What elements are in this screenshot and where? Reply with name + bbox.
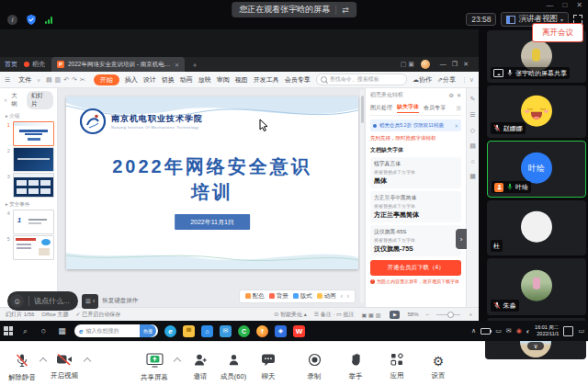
wps-account-avatar[interactable] [421, 60, 430, 69]
file-menu[interactable]: 文件 [18, 75, 31, 85]
participant-tile[interactable]: ∨ [485, 341, 586, 359]
chat-collapse-handle[interactable]: ☰ ‹ [82, 294, 99, 309]
wps-home-tab[interactable]: 首页 [5, 60, 17, 69]
apps-button[interactable]: 应用 [377, 353, 417, 380]
play-slideshow-button[interactable]: ▶ [390, 311, 400, 319]
switch-view-icon[interactable]: ⇄ [335, 6, 349, 15]
start-button[interactable] [4, 326, 13, 335]
zoom-out-button[interactable]: − [425, 312, 429, 317]
promo-link[interactable]: 先到先得，限时抢购字体特权 [370, 135, 461, 142]
mail-icon[interactable]: ✉ [220, 325, 232, 337]
security-shield-icon[interactable] [26, 14, 37, 26]
minimize-icon[interactable]: — [546, 1, 553, 9]
quick-chat-input[interactable]: ☺ 说点什么... [7, 291, 78, 311]
download-fonts-button[interactable]: 开通会员后下载（4） [370, 260, 461, 276]
font-card[interactable]: 锐字真言体 将被替换成下方字体 黑体 [370, 157, 461, 188]
quickbar-layout[interactable]: 版式 [293, 292, 312, 301]
menu-review[interactable]: 审阅 [217, 75, 230, 85]
panel-close-icon[interactable]: ✕ [4, 97, 7, 103]
notes-button[interactable]: ☰ 备注 · ▭ 批注 [314, 311, 355, 319]
rail-list-icon[interactable]: ☰ [469, 111, 475, 119]
taskbar-search-box[interactable]: e 输入你想搜的 热搜 [74, 324, 158, 337]
wps-window-controls[interactable]: —❐✕ [440, 61, 474, 68]
tray-volume-icon[interactable]: ◐ [526, 328, 530, 335]
menu-devtools[interactable]: 开发工具 [254, 75, 279, 85]
cortana-icon[interactable]: ○ [38, 326, 50, 335]
touch-keyboard-icon[interactable]: ▭ [578, 327, 584, 335]
start-video-button[interactable]: 开启视频 [44, 353, 85, 380]
menu-slideshow[interactable]: 放映 [198, 75, 211, 85]
section-label[interactable]: ▸ 介绍 [0, 109, 57, 120]
view-mode-icons[interactable]: ▣▦▥ [361, 312, 382, 318]
close-icon[interactable]: ✕ [576, 1, 582, 9]
edge-browser-icon[interactable]: e [164, 325, 176, 337]
action-center-icon[interactable] [563, 326, 573, 336]
quickbar-prev-icon[interactable]: ‹ [341, 293, 343, 300]
taskbar-search-icon[interactable]: ⌕ [19, 326, 31, 336]
slide-thumb-4[interactable]: 4 1 [0, 209, 57, 234]
quickbar-animation[interactable]: 动画 [317, 292, 336, 301]
zoom-in-button[interactable]: ＋ [468, 311, 473, 319]
emoji-icon[interactable]: ☺ [10, 294, 24, 308]
share-screen-button[interactable]: 共享屏幕 [134, 353, 175, 382]
video-options-chevron[interactable] [84, 358, 91, 365]
task-view-icon[interactable]: ▦ [56, 326, 68, 335]
menu-transition[interactable]: 切换 [162, 75, 175, 85]
unmute-button[interactable]: 解除静音 [2, 353, 42, 382]
menu-design[interactable]: 设计 [143, 75, 156, 85]
leave-meeting-button[interactable]: 离开会议 [532, 23, 583, 42]
quick-access-icons[interactable]: ▤▥↶↷✂ [46, 76, 88, 84]
tab-image-process[interactable]: 图片处理 [370, 104, 392, 112]
panel-close-icon[interactable]: ✕ [457, 92, 461, 98]
menu-member[interactable]: 会员专享 [285, 75, 311, 85]
rail-edit-icon[interactable]: ✎ [470, 96, 476, 103]
store-icon[interactable]: ⌂ [201, 325, 213, 337]
settings-button[interactable]: ⚙ 设置 [418, 353, 458, 380]
tab-member[interactable]: 会员专享 [424, 104, 446, 112]
rail-grid-icon[interactable]: ▦ [469, 173, 476, 180]
taskbar-clock[interactable]: 16:01 周二 2022/11/1 [535, 324, 559, 337]
quickbar-background[interactable]: 背景 [269, 292, 288, 301]
slide-thumb-3[interactable]: 3 [0, 172, 57, 198]
menu-insert[interactable]: 插入 [125, 75, 138, 85]
raise-hand-button[interactable]: 举手 [335, 353, 376, 381]
command-search-input[interactable]: 查找命令、搜索模板 [316, 74, 407, 85]
font-card[interactable]: 汉仪旗黑-65S 将被替换成下方字体 汉仪旗黑-75S [370, 225, 461, 256]
slide-thumb-1[interactable]: 1 [0, 120, 57, 146]
wps-document-tab[interactable]: P 2022年网络安全意识培训 - 南京机电职业技术学院 ✕ [51, 57, 185, 72]
share-button[interactable]: ⇗分享 [437, 75, 456, 85]
hot-search-badge[interactable]: 热搜 [140, 324, 156, 337]
font-card[interactable]: 方正兰亭中黑简体 将被替换成下方字体 方正兰亭黑简体 [370, 191, 461, 222]
tray-expand-icon[interactable]: ∧ [471, 327, 476, 335]
maximize-icon[interactable]: □ [562, 1, 567, 9]
tray-app-icon[interactable]: ◉ [516, 327, 522, 335]
canvas-scrollbar[interactable] [360, 90, 364, 303]
firefox-icon[interactable]: f [256, 325, 268, 337]
tray-mail-icon[interactable]: ✉ [506, 327, 512, 335]
participant-tile[interactable]: 朱淼 [487, 258, 586, 315]
dingtalk-icon[interactable]: ◈ [275, 325, 287, 337]
zoom-slider[interactable] [436, 314, 460, 315]
wps-docer-tab[interactable]: 稻壳 [24, 60, 45, 69]
rail-clock-icon[interactable]: ○ [470, 158, 474, 165]
rail-layout-icon[interactable]: ▤ [469, 142, 476, 150]
file-explorer-icon[interactable]: ▀ [183, 325, 195, 337]
member-promo-notice[interactable]: 稻壳会员5.2折 仅限双11特惠 ✕ [370, 119, 461, 131]
panel-settings-icon[interactable]: ⚙ [449, 92, 454, 98]
chat-button[interactable]: 聊天 [248, 353, 288, 381]
panel-collapse-handle[interactable]: › [456, 229, 467, 249]
section-label[interactable]: ▸ 安全事件 [0, 198, 57, 209]
participant-tile[interactable]: 杜 [487, 200, 586, 255]
tray-display-icon[interactable]: ▭ [495, 327, 502, 335]
slide-thumb-2[interactable]: 2 [0, 146, 57, 172]
tab-close-icon[interactable]: ✕ [175, 62, 179, 68]
meeting-info-icon[interactable]: i [7, 15, 17, 25]
collab-button[interactable]: ☁协作 [413, 75, 432, 85]
notice-close-icon[interactable]: ✕ [454, 123, 458, 129]
record-button[interactable]: 录制 [294, 353, 334, 381]
hamburger-icon[interactable]: ☰ [5, 76, 13, 84]
quickbar-color[interactable]: 配色 [245, 292, 265, 301]
quickbar-next-icon[interactable]: › [347, 293, 349, 300]
menu-view[interactable]: 视图 [235, 75, 248, 85]
participant-tile-active-speaker[interactable]: 叶绘 叶绘 [487, 141, 586, 198]
